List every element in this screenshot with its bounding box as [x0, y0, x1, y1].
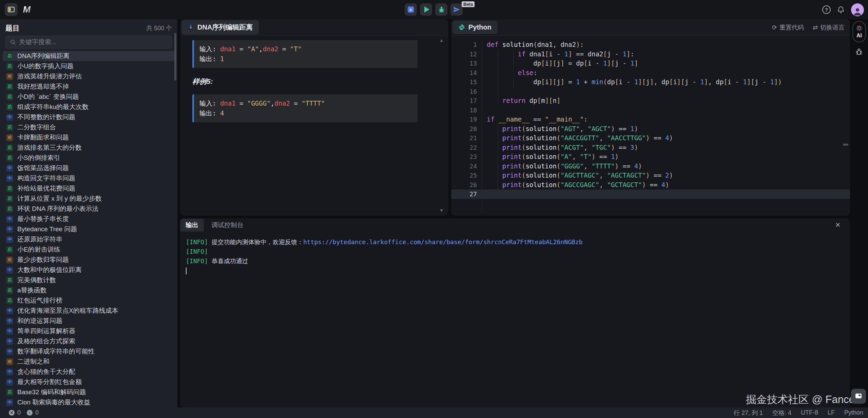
- problem-list-item[interactable]: 中构造回文字符串问题: [3, 173, 175, 183]
- problem-list-item[interactable]: 易DNA序列编辑距离: [3, 51, 175, 61]
- statusbar-cursor-position[interactable]: 行 27, 列 1: [734, 409, 763, 417]
- warnings-icon[interactable]: !: [27, 410, 33, 416]
- download-arrow-icon: [188, 24, 194, 31]
- statusbar-encoding[interactable]: UTF-8: [801, 409, 818, 416]
- person-icon: [852, 6, 863, 16]
- problem-list-item[interactable]: 中还原原始字符串: [3, 234, 175, 244]
- code-token: 4: [665, 134, 669, 142]
- problem-list-item[interactable]: 中及格的组合方式探索: [3, 336, 175, 346]
- problem-list-item[interactable]: 中贪心猫的鱼干大分配: [3, 367, 175, 377]
- problem-list-item[interactable]: 中饭馆菜品选择问题: [3, 163, 175, 173]
- console-output[interactable]: [INFO] 提交功能内测体验中，欢迎反馈：https://bytedance.…: [180, 232, 850, 275]
- code-token: ][: [677, 78, 685, 86]
- code-token: ): [669, 134, 673, 142]
- tab-debug-console[interactable]: 调试控制台: [211, 221, 244, 230]
- search-box[interactable]: [5, 36, 172, 49]
- feedback-float-button[interactable]: [851, 389, 866, 404]
- problem-list-item[interactable]: 中最小替换子串长度: [3, 214, 175, 224]
- add-button[interactable]: +: [405, 3, 417, 16]
- code-token: solution: [525, 181, 557, 188]
- code-line: 21 print(solution("AACCGGTT", "AACCTTGG"…: [451, 133, 850, 143]
- difficulty-badge: 中: [6, 236, 13, 243]
- tab-output[interactable]: 输出: [180, 219, 204, 232]
- problem-list-item[interactable]: 难最少步数归零问题: [3, 255, 175, 265]
- code-token: j: [557, 59, 560, 67]
- code-token: print: [502, 144, 522, 151]
- problem-tab[interactable]: DNA序列编辑距离: [181, 20, 259, 35]
- code-token: "AGCT": [587, 125, 611, 132]
- debug-rail-button[interactable]: [855, 48, 863, 57]
- problem-list-item[interactable]: 中和的逆运算问题: [3, 316, 175, 326]
- code-token: ): [646, 134, 650, 142]
- problem-list-item[interactable]: 易计算从位置 x 到 y 的最少步数: [3, 194, 175, 204]
- code-line: 17 return dp[m][n]: [451, 96, 850, 106]
- avatar[interactable]: [851, 3, 864, 16]
- problem-list-item[interactable]: 易Base32 编码和解码问题: [3, 387, 175, 397]
- debug-button[interactable]: [435, 3, 447, 16]
- statusbar-eol[interactable]: LF: [828, 409, 835, 416]
- scroll-up-icon[interactable]: ▲: [439, 38, 444, 43]
- problem-title: 及格的组合方式探索: [17, 337, 75, 346]
- problem-list-item[interactable]: 易环状 DNA 序列的最小表示法: [3, 204, 175, 214]
- code-token: ][: [747, 78, 755, 86]
- run-button[interactable]: [420, 3, 432, 16]
- app-root: M + Beta ? 题目 共 500 个: [0, 0, 868, 418]
- problem-list-item[interactable]: 易游戏排名第三大的分数: [3, 143, 175, 153]
- ai-label: AI: [856, 33, 862, 39]
- problem-list-item[interactable]: 中简单四则运算解析器: [3, 326, 175, 336]
- help-button[interactable]: ?: [822, 5, 831, 14]
- problem-title: 最小替换子串长度: [17, 215, 69, 223]
- submit-button[interactable]: [450, 3, 463, 16]
- editor-scrollbar[interactable]: [843, 144, 848, 146]
- problem-list-item[interactable]: 易小D的 `abc` 变换问题: [3, 92, 175, 102]
- difficulty-badge: 易: [6, 104, 13, 111]
- problem-list-item[interactable]: 易我好想逃却逃不掉: [3, 81, 175, 92]
- code-token: min: [592, 78, 603, 86]
- problem-list-item[interactable]: 难二进制之和: [3, 357, 175, 367]
- sidebar-scrollbar[interactable]: [174, 33, 176, 80]
- code-token: 1: [564, 50, 568, 58]
- search-input[interactable]: [19, 38, 168, 46]
- code-token: ,: [654, 78, 661, 86]
- problem-list-item[interactable]: 中数字翻译成字符串的可能性: [3, 346, 175, 357]
- indent-guide: [513, 50, 514, 87]
- problem-list-item[interactable]: 易a替换函数: [3, 285, 175, 295]
- problem-list-item[interactable]: 中不同整数的计数问题: [3, 112, 175, 122]
- console-link[interactable]: https://bytedance.larkoffice.com/share/b…: [303, 238, 583, 246]
- problem-list-item[interactable]: 易小E的射击训练: [3, 244, 175, 255]
- ai-assistant-button[interactable]: AI: [852, 21, 866, 42]
- code-token: "ACGT": [560, 144, 584, 151]
- problem-list-item[interactable]: 难卡牌翻面求和问题: [3, 132, 175, 143]
- code-token: =: [236, 45, 247, 53]
- problem-list-item[interactable]: 中优化青海湖至景点X的租车路线成本: [3, 306, 175, 316]
- reset-code-button[interactable]: ⟳ 重置代码: [772, 23, 804, 32]
- problem-list-item[interactable]: 易小S的倒排索引: [3, 153, 175, 163]
- problem-list-item[interactable]: 中最大相等分割红包金额: [3, 377, 175, 387]
- language-tab[interactable]: Python: [452, 21, 498, 34]
- problem-list-item[interactable]: 易补给站最优花费问题: [3, 183, 175, 194]
- problem-list-item[interactable]: 易组成字符串ku的最大次数: [3, 102, 175, 112]
- switch-language-button[interactable]: ⇄ 切换语言: [813, 23, 845, 32]
- code-token: =: [564, 59, 576, 67]
- code-token: dna2: [560, 41, 576, 48]
- problem-list-item[interactable]: 易二分数字组合: [3, 122, 175, 132]
- problem-list-item[interactable]: 难游戏英雄升级潜力评估: [3, 71, 175, 81]
- problem-list-item[interactable]: 中Cion 勒索病毒的最大收益: [3, 397, 175, 407]
- scroll-down-icon[interactable]: ▼: [439, 208, 444, 213]
- close-icon[interactable]: ✕: [835, 221, 841, 229]
- code-token: (: [603, 78, 607, 86]
- sidebar-toggle-button[interactable]: [5, 3, 18, 16]
- problem-list-item[interactable]: 易红包运气排行榜: [3, 295, 175, 306]
- problem-list-item[interactable]: 易完美偶数计数: [3, 275, 175, 285]
- problem-list-item[interactable]: 中Bytedance Tree 问题: [3, 224, 175, 234]
- statusbar-indentation[interactable]: 空格: 4: [772, 409, 791, 417]
- problem-list-item[interactable]: 中大数和中的极值位距离: [3, 265, 175, 275]
- code-editor[interactable]: 1def solution(dna1, dna2):12 if dna1[i -…: [451, 36, 850, 215]
- problem-list-item[interactable]: 易小U的数字插入问题: [3, 61, 175, 71]
- notifications-bell-icon[interactable]: [837, 6, 845, 14]
- statusbar-language-mode[interactable]: Python: [844, 409, 863, 416]
- marscode-logo-icon[interactable]: M: [22, 4, 32, 15]
- code-token: "AGCCGAGC": [560, 181, 599, 188]
- errors-icon[interactable]: ✕: [9, 410, 15, 416]
- line-number: 26: [451, 180, 477, 190]
